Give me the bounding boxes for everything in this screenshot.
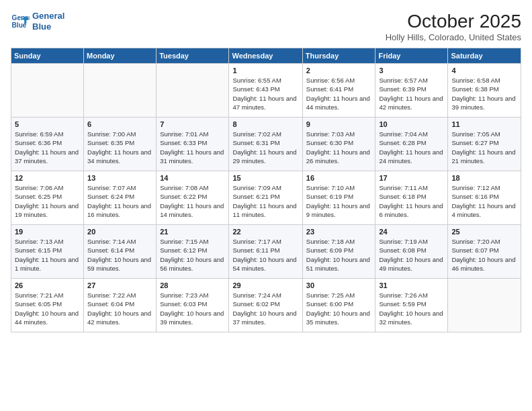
day-info: Sunrise: 7:10 AM Sunset: 6:19 PM Dayligh… bbox=[306, 183, 372, 219]
calendar-cell: 21Sunrise: 7:15 AM Sunset: 6:12 PM Dayli… bbox=[157, 225, 229, 279]
day-info: Sunrise: 7:23 AM Sunset: 6:03 PM Dayligh… bbox=[160, 291, 225, 326]
day-header-friday: Friday bbox=[375, 48, 448, 64]
week-row-4: 19Sunrise: 7:13 AM Sunset: 6:15 PM Dayli… bbox=[11, 225, 521, 279]
calendar-cell: 15Sunrise: 7:09 AM Sunset: 6:21 PM Dayli… bbox=[229, 171, 302, 225]
day-header-thursday: Thursday bbox=[302, 48, 375, 64]
day-info: Sunrise: 7:20 AM Sunset: 6:07 PM Dayligh… bbox=[451, 237, 517, 273]
calendar-table: SundayMondayTuesdayWednesdayThursdayFrid… bbox=[11, 48, 521, 332]
calendar-cell: 4Sunrise: 6:58 AM Sunset: 6:38 PM Daylig… bbox=[448, 64, 521, 118]
day-info: Sunrise: 6:55 AM Sunset: 6:43 PM Dayligh… bbox=[232, 76, 298, 111]
calendar-subtitle: Holly Hills, Colorado, United States bbox=[386, 32, 521, 42]
day-info: Sunrise: 7:00 AM Sunset: 6:35 PM Dayligh… bbox=[87, 130, 152, 165]
calendar-cell: 10Sunrise: 7:04 AM Sunset: 6:28 PM Dayli… bbox=[375, 118, 448, 171]
day-number: 28 bbox=[160, 281, 225, 289]
calendar-cell: 16Sunrise: 7:10 AM Sunset: 6:19 PM Dayli… bbox=[302, 171, 375, 225]
day-number: 31 bbox=[379, 281, 444, 289]
calendar-cell: 3Sunrise: 6:57 AM Sunset: 6:39 PM Daylig… bbox=[375, 64, 448, 118]
day-number: 2 bbox=[306, 66, 372, 75]
calendar-cell bbox=[84, 64, 157, 118]
day-number: 20 bbox=[87, 228, 152, 236]
day-info: Sunrise: 6:58 AM Sunset: 6:38 PM Dayligh… bbox=[451, 76, 517, 111]
calendar-cell: 13Sunrise: 7:07 AM Sunset: 6:24 PM Dayli… bbox=[84, 171, 157, 225]
logo-icon: General Blue bbox=[11, 12, 30, 31]
day-info: Sunrise: 7:14 AM Sunset: 6:14 PM Dayligh… bbox=[87, 237, 152, 273]
day-info: Sunrise: 7:02 AM Sunset: 6:31 PM Dayligh… bbox=[232, 130, 298, 165]
day-info: Sunrise: 7:24 AM Sunset: 6:02 PM Dayligh… bbox=[232, 291, 298, 326]
day-number: 25 bbox=[451, 228, 517, 236]
day-number: 15 bbox=[232, 174, 298, 182]
day-info: Sunrise: 6:59 AM Sunset: 6:36 PM Dayligh… bbox=[15, 130, 80, 165]
day-number: 26 bbox=[15, 281, 80, 289]
day-number: 18 bbox=[451, 174, 517, 182]
day-info: Sunrise: 7:05 AM Sunset: 6:27 PM Dayligh… bbox=[451, 130, 517, 165]
calendar-title: October 2025 bbox=[386, 11, 521, 32]
day-number: 21 bbox=[160, 228, 225, 236]
day-info: Sunrise: 7:12 AM Sunset: 6:16 PM Dayligh… bbox=[451, 183, 517, 219]
calendar-cell bbox=[448, 279, 521, 332]
day-info: Sunrise: 7:09 AM Sunset: 6:21 PM Dayligh… bbox=[232, 183, 298, 219]
day-info: Sunrise: 6:57 AM Sunset: 6:39 PM Dayligh… bbox=[379, 76, 444, 111]
day-number: 11 bbox=[451, 120, 517, 128]
day-number: 10 bbox=[379, 120, 444, 128]
day-info: Sunrise: 7:17 AM Sunset: 6:11 PM Dayligh… bbox=[232, 237, 298, 273]
calendar-cell: 28Sunrise: 7:23 AM Sunset: 6:03 PM Dayli… bbox=[157, 279, 229, 332]
day-number: 9 bbox=[306, 120, 372, 128]
day-header-wednesday: Wednesday bbox=[229, 48, 302, 64]
day-number: 7 bbox=[160, 120, 225, 128]
day-number: 16 bbox=[306, 174, 372, 182]
calendar-cell bbox=[11, 64, 84, 118]
day-header-tuesday: Tuesday bbox=[157, 48, 229, 64]
day-number: 8 bbox=[232, 120, 298, 128]
day-header-monday: Monday bbox=[84, 48, 157, 64]
day-number: 27 bbox=[87, 281, 152, 289]
week-row-1: 1Sunrise: 6:55 AM Sunset: 6:43 PM Daylig… bbox=[11, 64, 521, 118]
day-header-sunday: Sunday bbox=[11, 48, 84, 64]
day-info: Sunrise: 7:01 AM Sunset: 6:33 PM Dayligh… bbox=[160, 130, 225, 165]
calendar-cell: 18Sunrise: 7:12 AM Sunset: 6:16 PM Dayli… bbox=[448, 171, 521, 225]
day-number: 14 bbox=[160, 174, 225, 182]
calendar-cell: 31Sunrise: 7:26 AM Sunset: 5:59 PM Dayli… bbox=[375, 279, 448, 332]
week-row-2: 5Sunrise: 6:59 AM Sunset: 6:36 PM Daylig… bbox=[11, 118, 521, 171]
day-number: 29 bbox=[232, 281, 298, 289]
calendar-cell: 26Sunrise: 7:21 AM Sunset: 6:05 PM Dayli… bbox=[11, 279, 84, 332]
day-info: Sunrise: 7:25 AM Sunset: 6:00 PM Dayligh… bbox=[306, 291, 372, 326]
calendar-cell: 8Sunrise: 7:02 AM Sunset: 6:31 PM Daylig… bbox=[229, 118, 302, 171]
day-info: Sunrise: 7:03 AM Sunset: 6:30 PM Dayligh… bbox=[306, 130, 372, 165]
day-number: 3 bbox=[379, 66, 444, 75]
title-area: October 2025 Holly Hills, Colorado, Unit… bbox=[386, 11, 521, 42]
day-header-saturday: Saturday bbox=[448, 48, 521, 64]
day-info: Sunrise: 6:56 AM Sunset: 6:41 PM Dayligh… bbox=[306, 76, 372, 111]
calendar-cell: 11Sunrise: 7:05 AM Sunset: 6:27 PM Dayli… bbox=[448, 118, 521, 171]
day-info: Sunrise: 7:21 AM Sunset: 6:05 PM Dayligh… bbox=[15, 291, 80, 326]
day-number: 19 bbox=[15, 228, 80, 236]
calendar-cell: 5Sunrise: 6:59 AM Sunset: 6:36 PM Daylig… bbox=[11, 118, 84, 171]
calendar-cell: 9Sunrise: 7:03 AM Sunset: 6:30 PM Daylig… bbox=[302, 118, 375, 171]
day-number: 22 bbox=[232, 228, 298, 236]
day-number: 24 bbox=[379, 228, 444, 236]
day-number: 4 bbox=[451, 66, 517, 75]
day-number: 5 bbox=[15, 120, 80, 128]
calendar-cell: 7Sunrise: 7:01 AM Sunset: 6:33 PM Daylig… bbox=[157, 118, 229, 171]
calendar-cell bbox=[157, 64, 229, 118]
calendar-cell: 19Sunrise: 7:13 AM Sunset: 6:15 PM Dayli… bbox=[11, 225, 84, 279]
calendar-cell: 1Sunrise: 6:55 AM Sunset: 6:43 PM Daylig… bbox=[229, 64, 302, 118]
day-info: Sunrise: 7:11 AM Sunset: 6:18 PM Dayligh… bbox=[379, 183, 444, 219]
day-number: 6 bbox=[87, 120, 152, 128]
week-row-3: 12Sunrise: 7:06 AM Sunset: 6:25 PM Dayli… bbox=[11, 171, 521, 225]
calendar-header-row: SundayMondayTuesdayWednesdayThursdayFrid… bbox=[11, 48, 521, 64]
week-row-5: 26Sunrise: 7:21 AM Sunset: 6:05 PM Dayli… bbox=[11, 279, 521, 332]
logo: General Blue General Blue bbox=[11, 11, 64, 32]
calendar-cell: 14Sunrise: 7:08 AM Sunset: 6:22 PM Dayli… bbox=[157, 171, 229, 225]
calendar-cell: 20Sunrise: 7:14 AM Sunset: 6:14 PM Dayli… bbox=[84, 225, 157, 279]
day-info: Sunrise: 7:22 AM Sunset: 6:04 PM Dayligh… bbox=[87, 291, 152, 326]
calendar-cell: 30Sunrise: 7:25 AM Sunset: 6:00 PM Dayli… bbox=[302, 279, 375, 332]
day-number: 30 bbox=[306, 281, 372, 289]
day-info: Sunrise: 7:13 AM Sunset: 6:15 PM Dayligh… bbox=[15, 237, 80, 273]
day-number: 12 bbox=[15, 174, 80, 182]
day-number: 13 bbox=[87, 174, 152, 182]
day-info: Sunrise: 7:07 AM Sunset: 6:24 PM Dayligh… bbox=[87, 183, 152, 219]
day-number: 23 bbox=[306, 228, 372, 236]
day-info: Sunrise: 7:26 AM Sunset: 5:59 PM Dayligh… bbox=[379, 291, 444, 326]
calendar-cell: 27Sunrise: 7:22 AM Sunset: 6:04 PM Dayli… bbox=[84, 279, 157, 332]
logo-line2: Blue bbox=[32, 21, 51, 32]
